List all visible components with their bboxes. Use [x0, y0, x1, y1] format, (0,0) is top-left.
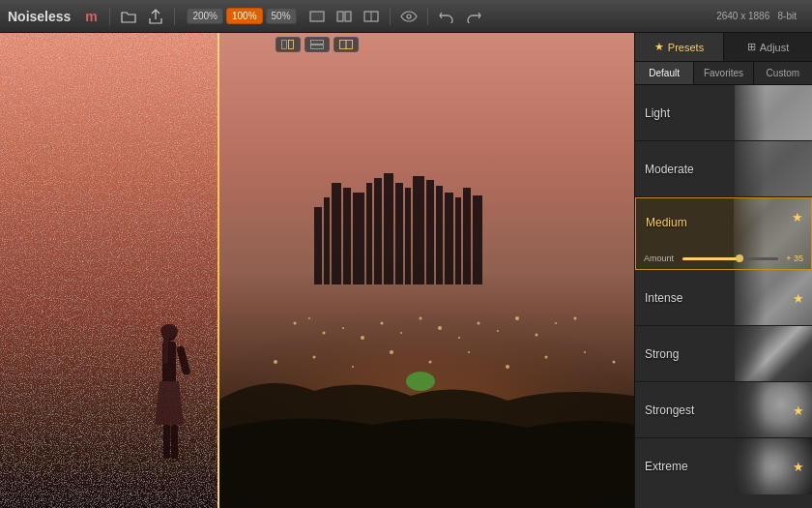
- svg-rect-6: [282, 41, 287, 49]
- svg-rect-28: [384, 173, 393, 284]
- svg-point-58: [390, 350, 393, 354]
- view-split-horizontal-btn[interactable]: [304, 37, 330, 52]
- split-divider[interactable]: [218, 33, 219, 508]
- svg-rect-23: [332, 183, 341, 284]
- view-compare-icon[interactable]: [361, 6, 382, 27]
- preset-moderate-label: Moderate: [645, 163, 694, 176]
- preset-strong[interactable]: Strong: [635, 326, 812, 382]
- zoom-group: 200% 100% 50%: [187, 8, 296, 24]
- preset-medium-label: Medium: [646, 216, 687, 229]
- svg-point-53: [555, 322, 557, 324]
- svg-rect-32: [426, 180, 434, 284]
- image-dimensions: 2640 x 1886 8-bit: [716, 11, 797, 21]
- sep-1: [109, 8, 110, 25]
- preset-medium[interactable]: Medium ★ Amount + 35: [635, 197, 812, 270]
- svg-rect-7: [289, 41, 294, 49]
- svg-point-57: [352, 366, 354, 368]
- open-folder-icon[interactable]: [118, 6, 139, 27]
- svg-point-56: [313, 356, 316, 359]
- preset-intense[interactable]: Intense ★: [635, 270, 812, 326]
- svg-point-45: [400, 332, 402, 334]
- svg-point-41: [323, 332, 326, 335]
- zoom-100-btn[interactable]: 100%: [226, 8, 263, 24]
- svg-point-60: [468, 351, 470, 353]
- svg-rect-24: [343, 188, 351, 284]
- svg-point-44: [381, 322, 384, 325]
- preset-strongest[interactable]: Strongest ★: [635, 382, 812, 438]
- main-content: ★ Presets ⊞ Adjust Default Favorites Cus…: [0, 33, 812, 508]
- share-icon[interactable]: [145, 6, 166, 27]
- sep-2: [174, 8, 175, 25]
- svg-point-42: [342, 327, 344, 329]
- svg-point-62: [545, 356, 548, 359]
- svg-rect-8: [311, 41, 324, 45]
- svg-point-64: [613, 361, 616, 364]
- svg-rect-26: [366, 183, 372, 284]
- preset-moderate[interactable]: Moderate: [635, 141, 812, 197]
- svg-rect-29: [395, 183, 403, 284]
- main-toolbar: Noiseless m 200% 100% 50%: [0, 0, 812, 33]
- undo-icon[interactable]: [436, 6, 457, 27]
- svg-point-52: [536, 334, 538, 337]
- view-single-icon[interactable]: [306, 6, 328, 27]
- svg-rect-35: [455, 197, 461, 284]
- sep-4: [427, 8, 428, 25]
- svg-point-63: [584, 351, 586, 353]
- preset-strongest-label: Strongest: [645, 403, 694, 417]
- svg-rect-16: [163, 425, 170, 459]
- svg-rect-19: [163, 335, 168, 364]
- svg-point-55: [274, 360, 277, 364]
- svg-rect-36: [463, 188, 471, 284]
- svg-rect-34: [445, 193, 453, 284]
- presets-list: Light Moderate Medium ★ Amount: [635, 85, 812, 508]
- sep-3: [390, 8, 391, 25]
- svg-rect-12: [0, 33, 218, 508]
- tab-adjust[interactable]: ⊞ Adjust: [724, 33, 812, 61]
- preset-extreme[interactable]: Extreme ★: [635, 438, 812, 494]
- preview-icon[interactable]: [398, 6, 420, 27]
- macos-icon: m: [80, 6, 102, 27]
- svg-rect-22: [324, 197, 330, 284]
- adjust-icon: ⊞: [747, 41, 756, 53]
- svg-rect-0: [310, 12, 324, 21]
- preset-extreme-star: ★: [793, 460, 804, 474]
- right-panel: ★ Presets ⊞ Adjust Default Favorites Cus…: [634, 33, 812, 508]
- panel-tabs: ★ Presets ⊞ Adjust: [635, 33, 812, 62]
- tab-presets[interactable]: ★ Presets: [635, 33, 724, 61]
- image-area: [0, 33, 634, 508]
- svg-point-61: [506, 365, 509, 369]
- svg-rect-31: [413, 176, 424, 284]
- svg-rect-17: [171, 425, 178, 459]
- svg-rect-30: [405, 188, 411, 284]
- amount-label: Amount: [644, 254, 679, 263]
- subtab-custom[interactable]: Custom: [754, 62, 812, 84]
- svg-point-46: [420, 317, 422, 320]
- preset-light[interactable]: Light: [635, 85, 812, 141]
- redo-icon[interactable]: [463, 6, 484, 27]
- svg-point-51: [515, 316, 519, 320]
- svg-point-43: [361, 336, 364, 340]
- svg-rect-9: [311, 45, 324, 49]
- app-name: Noiseless: [8, 9, 71, 24]
- svg-rect-27: [374, 178, 382, 284]
- svg-rect-1: [337, 12, 343, 21]
- svg-point-65: [406, 372, 435, 391]
- amount-value: + 35: [782, 254, 803, 263]
- svg-point-18: [160, 324, 178, 338]
- svg-point-5: [407, 15, 411, 18]
- view-split-icon[interactable]: [334, 6, 355, 27]
- preset-extreme-label: Extreme: [645, 460, 688, 473]
- subtab-default[interactable]: Default: [635, 62, 694, 84]
- preset-strong-label: Strong: [645, 347, 679, 361]
- svg-point-59: [429, 361, 432, 364]
- image-subtoolbar: [276, 37, 359, 52]
- preset-intense-label: Intense: [645, 291, 682, 305]
- preset-medium-star: ★: [792, 210, 803, 224]
- zoom-50-btn[interactable]: 50%: [266, 8, 297, 24]
- view-before-after-btn[interactable]: [276, 37, 301, 52]
- svg-point-49: [478, 322, 480, 325]
- subtab-favorites[interactable]: Favorites: [694, 62, 753, 84]
- zoom-200-btn[interactable]: 200%: [187, 8, 223, 24]
- amount-slider[interactable]: [682, 257, 778, 260]
- view-split-vertical-btn[interactable]: [334, 37, 359, 52]
